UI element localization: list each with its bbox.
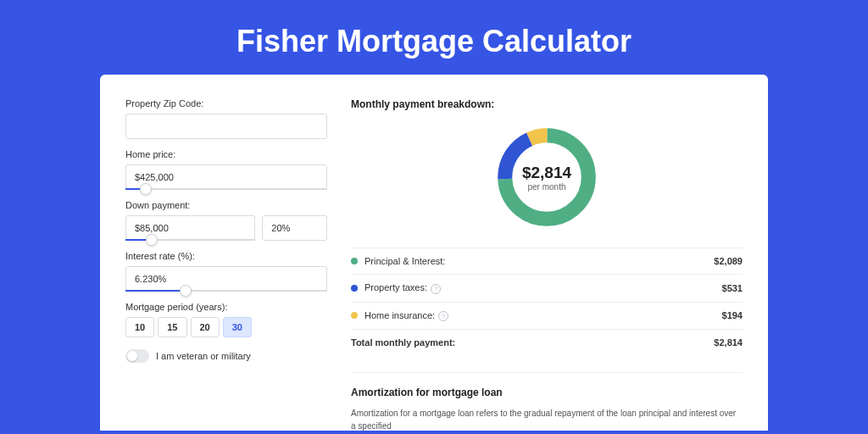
- form-panel: Property Zip Code: Home price: Down paym…: [125, 98, 327, 407]
- zip-input[interactable]: [125, 114, 327, 139]
- donut-sub: per month: [522, 182, 571, 192]
- legend-dot: [351, 285, 358, 292]
- amortization-title: Amortization for mortgage loan: [351, 387, 743, 398]
- mortgage-period-field: Mortgage period (years): 10152030: [125, 302, 327, 337]
- down-payment-slider[interactable]: [125, 239, 255, 241]
- down-payment-slider-thumb[interactable]: [146, 234, 158, 246]
- interest-rate-field: Interest rate (%):: [125, 251, 327, 292]
- interest-rate-slider-thumb[interactable]: [180, 285, 192, 297]
- breakdown-title: Monthly payment breakdown:: [351, 98, 743, 110]
- interest-rate-slider-fill: [125, 290, 186, 292]
- mortgage-period-group: 10152030: [125, 317, 327, 337]
- legend-total-label: Total monthly payment:: [351, 337, 714, 348]
- home-price-label: Home price:: [125, 149, 327, 159]
- help-icon[interactable]: ?: [431, 284, 441, 294]
- down-payment-input[interactable]: [125, 215, 255, 241]
- veteran-row: I am veteran or military: [125, 349, 327, 363]
- home-price-field: Home price:: [125, 149, 327, 190]
- down-payment-label: Down payment:: [125, 200, 327, 210]
- amortization-section: Amortization for mortgage loan Amortizat…: [351, 372, 743, 431]
- period-button-20[interactable]: 20: [191, 317, 220, 337]
- legend-value: $2,089: [714, 256, 743, 266]
- legend-total-value: $2,814: [714, 337, 743, 348]
- legend-dot: [351, 312, 358, 319]
- veteran-label: I am veteran or military: [156, 351, 251, 361]
- legend-row: Home insurance:?$194: [351, 303, 743, 331]
- down-payment-field: Down payment:: [125, 200, 327, 241]
- home-price-slider[interactable]: [125, 188, 327, 190]
- interest-rate-label: Interest rate (%):: [125, 251, 327, 261]
- legend-row: Principal & Interest:$2,089: [351, 248, 743, 275]
- legend-row: Property taxes:?$531: [351, 275, 743, 303]
- veteran-toggle[interactable]: [125, 349, 149, 363]
- calculator-card: Property Zip Code: Home price: Down paym…: [100, 75, 768, 431]
- period-button-15[interactable]: 15: [158, 317, 186, 337]
- zip-label: Property Zip Code:: [125, 98, 327, 108]
- zip-field: Property Zip Code:: [125, 98, 327, 139]
- breakdown-panel: Monthly payment breakdown: $2,814 per mo…: [351, 98, 743, 407]
- amortization-text: Amortization for a mortgage loan refers …: [351, 407, 743, 431]
- page-title: Fisher Mortgage Calculator: [0, 0, 868, 75]
- help-icon[interactable]: ?: [438, 311, 448, 321]
- donut-amount: $2,814: [522, 164, 571, 182]
- legend-value: $531: [722, 283, 743, 293]
- home-price-input[interactable]: [125, 164, 327, 190]
- legend-label: Principal & Interest:: [364, 256, 714, 266]
- interest-rate-input[interactable]: [125, 266, 327, 292]
- mortgage-period-label: Mortgage period (years):: [125, 302, 327, 312]
- legend-total-row: Total monthly payment:$2,814: [351, 330, 743, 355]
- legend: Principal & Interest:$2,089Property taxe…: [351, 248, 743, 355]
- home-price-slider-thumb[interactable]: [140, 183, 152, 195]
- donut-center: $2,814 per month: [522, 164, 571, 192]
- legend-value: $194: [722, 310, 743, 320]
- donut-chart: $2,814 per month: [351, 122, 743, 232]
- legend-dot: [351, 258, 358, 264]
- down-payment-pct-input[interactable]: [262, 215, 327, 241]
- interest-rate-slider[interactable]: [125, 290, 327, 292]
- veteran-toggle-knob: [127, 351, 137, 361]
- legend-label: Home insurance:?: [364, 310, 722, 322]
- period-button-30[interactable]: 30: [223, 317, 252, 337]
- legend-label: Property taxes:?: [364, 282, 722, 294]
- period-button-10[interactable]: 10: [125, 317, 154, 337]
